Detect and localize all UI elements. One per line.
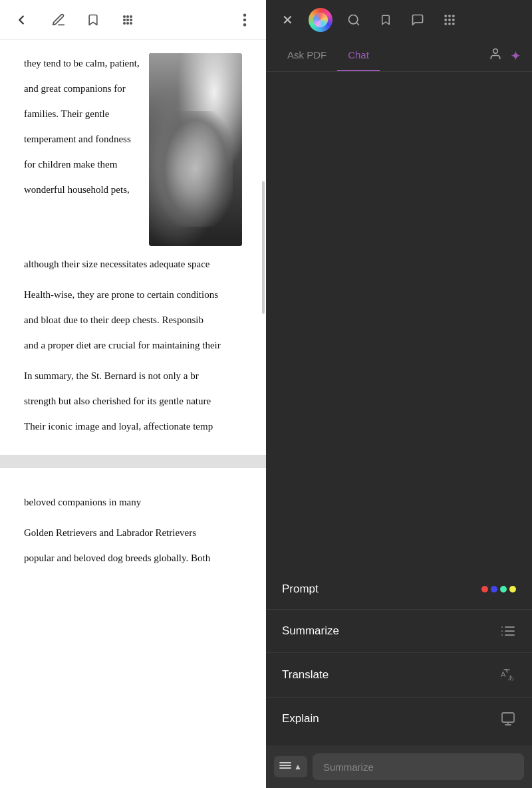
svg-point-6 [130,18,132,21]
bookmark-icon[interactable] [82,9,104,31]
action-translate[interactable]: Translate A あ [266,653,532,698]
svg-point-12 [243,23,247,27]
svg-point-4 [123,18,126,21]
action-prompt[interactable]: Prompt [266,569,532,610]
summarize-icon [500,623,516,639]
svg-rect-22 [448,23,450,25]
apps-grid-icon[interactable] [439,9,460,31]
right-toolbar: ✕ [266,0,532,40]
action-menu: Prompt Summarize [266,564,532,745]
content-text-2: although their size necessitates adequat… [24,254,242,436]
right-panel: ✕ [266,0,532,788]
dot-red [481,586,488,592]
scrollbar[interactable] [262,181,265,314]
svg-rect-21 [445,23,447,25]
prompt-icon [481,586,516,592]
svg-point-11 [243,18,247,21]
svg-rect-23 [452,23,454,25]
chat-input[interactable] [313,753,524,780]
svg-rect-20 [452,19,454,21]
bookmark-right-icon[interactable] [375,9,396,31]
svg-point-2 [126,15,129,17]
svg-point-8 [126,21,129,24]
tabs-bar: Ask PDF Chat ✦ [266,40,532,72]
svg-text:A: A [501,670,506,678]
svg-rect-19 [448,19,450,21]
action-summarize[interactable]: Summarize [266,610,532,653]
translate-label: Translate [282,668,329,682]
svg-rect-17 [452,15,454,17]
svg-rect-18 [445,19,447,21]
svg-line-14 [356,23,359,25]
svg-rect-16 [448,15,450,17]
bottom-bar: ▲ [266,745,532,788]
svg-rect-15 [445,15,447,17]
dog-image [149,53,242,246]
svg-text:あ: あ [508,674,514,681]
svg-line-0 [54,15,64,25]
svg-point-5 [126,18,129,21]
tab-ask-pdf[interactable]: Ask PDF [277,40,337,71]
chevron-up-icon: ▲ [294,762,302,772]
person-icon[interactable] [489,47,502,64]
bottom-bar-menu-button[interactable]: ▲ [274,756,307,777]
svg-point-1 [123,15,126,17]
svg-rect-35 [502,713,514,722]
tab-chat[interactable]: Chat [337,40,380,71]
more-options-icon[interactable] [234,9,255,31]
tabs-right: ✦ [489,40,521,71]
grid-icon[interactable] [117,9,138,31]
app-icon [309,8,332,32]
app-icon-inner [313,13,328,27]
left-toolbar [0,0,266,40]
svg-point-9 [130,21,132,24]
dot-green [500,586,507,592]
content-text-1: they tend to be calm, patient, and great… [24,53,142,199]
close-button[interactable]: ✕ [277,9,298,31]
page-content-2: beloved companions in many Golden Retrie… [0,468,266,587]
svg-point-10 [243,13,247,17]
svg-point-24 [493,49,498,54]
back-button[interactable] [11,9,32,31]
summarize-label: Summarize [282,624,339,638]
content-text-3: beloved companions in many Golden Retrie… [24,492,242,568]
svg-point-7 [123,21,126,24]
chat-area[interactable] [266,72,532,564]
sparkle-icon[interactable]: ✦ [510,48,521,64]
explain-label: Explain [282,712,319,725]
action-explain[interactable]: Explain [266,698,532,740]
explain-icon [500,711,516,727]
prompt-label: Prompt [282,583,319,596]
svg-point-3 [130,15,132,17]
bottom-list-icon [279,760,291,773]
chat-bubble-icon[interactable] [407,9,428,31]
search-icon[interactable] [343,9,364,31]
page-content-1: they tend to be calm, patient, and great… [0,40,266,455]
edit-icon[interactable] [48,9,69,31]
left-panel: they tend to be calm, patient, and great… [0,0,266,788]
content-area: they tend to be calm, patient, and great… [0,40,266,788]
dot-yellow [509,586,516,592]
page-break [0,455,266,468]
dot-blue [491,586,497,592]
translate-icon: A あ [499,666,516,684]
